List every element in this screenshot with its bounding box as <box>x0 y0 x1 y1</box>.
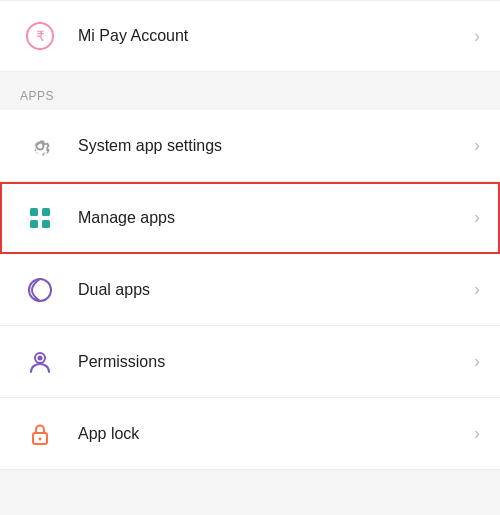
apps-grid-icon <box>20 198 60 238</box>
svg-rect-2 <box>30 208 38 216</box>
chevron-icon: › <box>474 279 480 300</box>
apps-section-divider: APPS <box>0 72 500 110</box>
rupee-icon: ₹ <box>20 16 60 56</box>
dual-apps-label: Dual apps <box>78 281 466 299</box>
manage-apps-label: Manage apps <box>78 209 466 227</box>
svg-rect-3 <box>42 208 50 216</box>
chevron-icon: › <box>474 26 480 47</box>
app-lock-item[interactable]: App lock › <box>0 398 500 470</box>
system-app-settings-label: System app settings <box>78 137 466 155</box>
dual-apps-item[interactable]: Dual apps › <box>0 254 500 326</box>
svg-point-10 <box>39 437 42 440</box>
mi-pay-account-label: Mi Pay Account <box>78 27 466 45</box>
svg-text:₹: ₹ <box>36 28 45 44</box>
svg-rect-5 <box>42 220 50 228</box>
lock-icon <box>20 414 60 454</box>
permissions-icon <box>20 342 60 382</box>
chevron-icon: › <box>474 351 480 372</box>
svg-rect-4 <box>30 220 38 228</box>
chevron-icon: › <box>474 423 480 444</box>
apps-section-label: APPS <box>20 89 54 103</box>
gear-icon <box>20 126 60 166</box>
dual-circle-icon <box>20 270 60 310</box>
settings-list: ₹ Mi Pay Account › APPS System app setti… <box>0 0 500 470</box>
chevron-icon: › <box>474 135 480 156</box>
system-app-settings-item[interactable]: System app settings › <box>0 110 500 182</box>
mi-pay-account-item[interactable]: ₹ Mi Pay Account › <box>0 0 500 72</box>
app-lock-label: App lock <box>78 425 466 443</box>
svg-point-8 <box>38 355 43 360</box>
permissions-item[interactable]: Permissions › <box>0 326 500 398</box>
chevron-icon: › <box>474 207 480 228</box>
manage-apps-item[interactable]: Manage apps › <box>0 182 500 254</box>
permissions-label: Permissions <box>78 353 466 371</box>
